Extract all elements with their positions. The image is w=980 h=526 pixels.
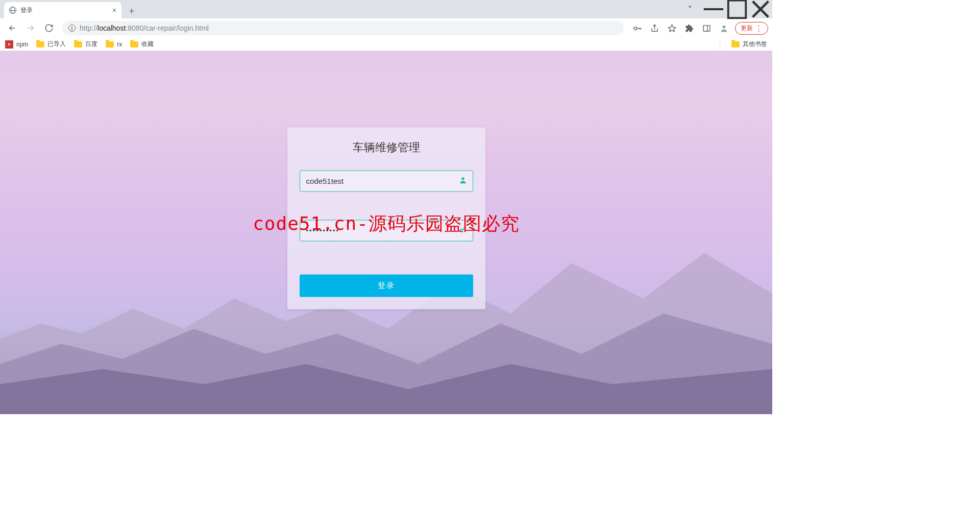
page-content: 车辆维修管理 登录 code51.cn-源码乐园盗图必究: [0, 51, 772, 414]
side-panel-icon[interactable]: [698, 21, 715, 35]
folder-icon: [74, 41, 82, 47]
window-minimize-button[interactable]: [702, 2, 725, 17]
bookmarks-bar: n npm 已导入 百度 rx 收藏 其他书签: [0, 38, 772, 51]
nav-forward-button[interactable]: [22, 20, 39, 36]
url-box[interactable]: i http://localhost:8080/car-repair/login…: [62, 21, 624, 35]
window-maximize-button[interactable]: [725, 2, 749, 17]
login-button[interactable]: 登录: [300, 274, 473, 297]
svg-point-8: [722, 25, 725, 28]
extensions-icon[interactable]: [681, 21, 697, 35]
other-bookmarks[interactable]: 其他书签: [731, 40, 767, 49]
nav-reload-button[interactable]: [41, 20, 57, 36]
svg-rect-6: [703, 25, 710, 31]
bookmark-baidu[interactable]: 百度: [74, 40, 97, 49]
site-info-icon[interactable]: i: [68, 25, 76, 32]
password-field-wrap: [300, 220, 473, 241]
tab-bar: 登录 × + ˅: [0, 0, 772, 18]
nav-back-button[interactable]: [4, 20, 20, 36]
bookmark-favorites[interactable]: 收藏: [130, 40, 154, 49]
tab-dropdown-icon[interactable]: ˅: [678, 2, 702, 17]
browser-tab[interactable]: 登录 ×: [4, 2, 121, 18]
window-controls: ˅: [678, 0, 772, 18]
address-bar: i http://localhost:8080/car-repair/login…: [0, 18, 772, 38]
new-tab-button[interactable]: +: [125, 4, 139, 18]
password-input[interactable]: [300, 220, 473, 241]
svg-point-9: [461, 177, 464, 180]
npm-icon: n: [5, 40, 13, 49]
folder-icon: [731, 41, 740, 47]
username-input[interactable]: [300, 170, 473, 192]
folder-icon: [36, 41, 44, 47]
tab-title: 登录: [20, 6, 108, 15]
share-icon[interactable]: [646, 21, 663, 35]
login-title: 车辆维修管理: [300, 139, 473, 155]
bookmark-imported[interactable]: 已导入: [36, 40, 66, 49]
svg-point-10: [460, 229, 462, 231]
folder-icon: [130, 41, 138, 47]
svg-marker-5: [668, 25, 675, 31]
browser-chrome: 登录 × + ˅ i http:: [0, 0, 772, 51]
password-key-icon[interactable]: [629, 21, 645, 35]
bookmark-rx[interactable]: rx: [106, 41, 122, 48]
svg-point-4: [634, 27, 637, 30]
user-icon: [459, 176, 467, 186]
profile-avatar-icon[interactable]: [716, 21, 732, 35]
address-right-icons: 更新⋮: [629, 21, 768, 35]
username-field-wrap: [300, 170, 473, 192]
globe-icon: [9, 7, 16, 14]
window-close-button[interactable]: [749, 2, 772, 17]
svg-rect-1: [728, 1, 746, 18]
key-icon: [459, 225, 467, 235]
tab-close-icon[interactable]: ×: [112, 6, 116, 14]
bookmark-star-icon[interactable]: [664, 21, 680, 35]
folder-icon: [106, 41, 114, 47]
login-card: 车辆维修管理 登录: [287, 127, 485, 309]
update-button[interactable]: 更新⋮: [735, 22, 768, 35]
url-text: http://localhost:8080/car-repair/login.h…: [80, 24, 209, 32]
bookmark-npm[interactable]: n npm: [5, 40, 28, 49]
